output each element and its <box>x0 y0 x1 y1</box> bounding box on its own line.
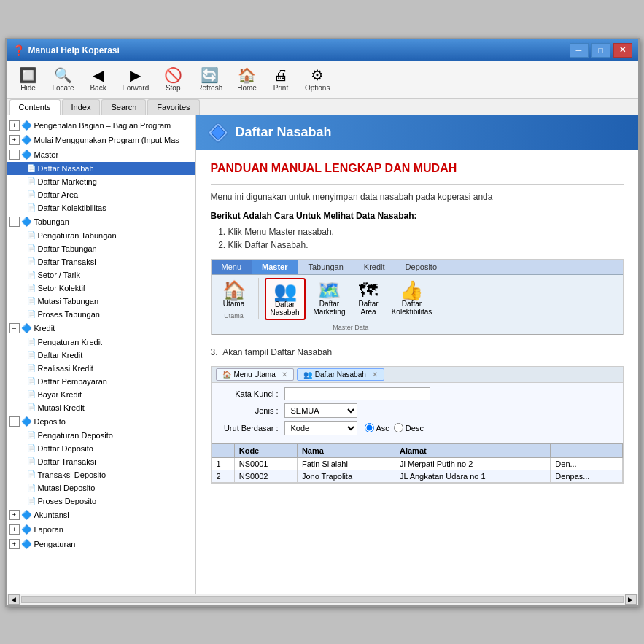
tree-item-proses-tabungan[interactable]: 📄 Proses Tabungan <box>7 308 195 321</box>
forward-button[interactable]: ▶ Forward <box>116 64 156 96</box>
urut-select[interactable]: Kode <box>284 421 357 435</box>
kata-kunci-input[interactable] <box>284 387 430 400</box>
tree-item-transaksi-deposito[interactable]: 📄 Transaksi Deposito <box>7 468 195 481</box>
tree-item-setor-kolektif[interactable]: 📄 Setor Kolektif <box>7 282 195 295</box>
tree-item-daftar-marketing[interactable]: 📄 Daftar Marketing <box>7 175 195 188</box>
tree-item-realisasi-kredit[interactable]: 📄 Realisasi Kredit <box>7 362 195 375</box>
dialog-tab-daftar[interactable]: 👥 Daftar Nasabah ✕ <box>297 368 384 381</box>
tree-item-master[interactable]: – 🔷 Master <box>7 147 195 162</box>
tree-item-daftar-nasabah[interactable]: 📄 Daftar Nasabah <box>7 162 195 175</box>
close-button[interactable]: ✕ <box>613 43 632 58</box>
col-kode: Kode <box>234 443 297 457</box>
options-button[interactable]: ⚙ Options <box>298 64 336 96</box>
doc-icon-mt: 📄 <box>27 297 36 305</box>
ribbon-item-daftar-kolektibilitas[interactable]: 👍 DaftarKolektibilitas <box>387 278 438 320</box>
col-no <box>212 443 234 457</box>
tree-item-pengaturan-deposito[interactable]: 📄 Pengaturan Deposito <box>7 429 195 442</box>
tree-item-daftar-transaksi[interactable]: 📄 Daftar Transaksi <box>7 255 195 268</box>
ribbon-tab-kredit[interactable]: Kredit <box>354 260 395 274</box>
ribbon-tab-deposito[interactable]: Deposito <box>395 260 447 274</box>
maximize-button[interactable]: □ <box>591 43 610 58</box>
tree-item-mutasi-deposito[interactable]: 📄 Mutasi Deposito <box>7 481 195 494</box>
tree-item-proses-deposito[interactable]: 📄 Proses Deposito <box>7 494 195 508</box>
ribbon-tab-menu[interactable]: Menu <box>212 260 252 274</box>
back-button[interactable]: ◀ Back <box>82 64 115 96</box>
tree-item-tabungan[interactable]: – 🔷 Tabungan <box>7 214 195 229</box>
tree-item-mulai[interactable]: + 🔷 Mulai Menggunakan Program (Input Mas <box>7 133 195 147</box>
expand-icon-mulai[interactable]: + <box>9 135 20 145</box>
tree-item-daftar-pembayaran[interactable]: 📄 Daftar Pembayaran <box>7 375 195 388</box>
desc-option[interactable]: Desc <box>394 423 424 432</box>
dialog-screenshot: 🏠 Menu Utama ✕ 👥 Daftar Nasabah ✕ <box>211 366 624 484</box>
print-button[interactable]: 🖨 Print <box>265 64 297 96</box>
expand-icon-master[interactable]: – <box>9 150 20 160</box>
asc-option[interactable]: Asc <box>365 423 389 432</box>
tree-item-laporan[interactable]: + 🔷 Laporan <box>7 522 195 537</box>
tree-item-mutasi-tabungan[interactable]: 📄 Mutasi Tabungan <box>7 295 195 308</box>
tree-label-pt: Pengaturan Tabungan <box>38 231 117 240</box>
home-button[interactable]: 🏠 Home <box>230 64 263 96</box>
tree-item-daftar-area[interactable]: 📄 Daftar Area <box>7 188 195 201</box>
stop-button[interactable]: 🚫 Stop <box>157 64 189 96</box>
tree-label-dd: Daftar Deposito <box>38 444 93 453</box>
form-jenis: Jenis : SEMUA <box>219 403 616 418</box>
tree-item-deposito[interactable]: – 🔷 Deposito <box>7 414 195 429</box>
horizontal-scrollbar[interactable]: ◀ ▶ <box>7 594 638 605</box>
tree-item-setor-tarik[interactable]: 📄 Setor / Tarik <box>7 268 195 282</box>
asc-radio[interactable] <box>365 423 374 432</box>
hide-button[interactable]: 🔲 Hide <box>12 64 44 96</box>
ribbon-item-daftar-nasabah[interactable]: 👥 DaftarNasabah <box>265 278 306 320</box>
desc-radio[interactable] <box>394 423 403 432</box>
refresh-button[interactable]: 🔄 Refresh <box>190 64 229 96</box>
expand-icon-pengaturan[interactable]: + <box>9 539 20 549</box>
tree-item-bayar-kredit[interactable]: 📄 Bayar Kredit <box>7 388 195 401</box>
tree-item-pengenalan[interactable]: + 🔷 Pengenalan Bagian – Bagian Program <box>7 118 195 133</box>
expand-icon-tabungan[interactable]: – <box>9 217 20 227</box>
tab-contents[interactable]: Contents <box>9 99 61 115</box>
table-row[interactable]: 2 NS0002 Jono Trapolita JL Angkatan Udar… <box>212 470 622 482</box>
scroll-left-button[interactable]: ◀ <box>8 594 20 605</box>
tree-item-kredit[interactable]: – 🔷 Kredit <box>7 321 195 335</box>
folder-icon-tabungan: 🔷 <box>21 217 32 227</box>
scroll-right-button[interactable]: ▶ <box>625 594 637 605</box>
tab-favorites[interactable]: Favorites <box>147 99 199 115</box>
daftar-nasabah-close[interactable]: ✕ <box>372 371 378 379</box>
tree-item-mutasi-kredit[interactable]: 📄 Mutasi Kredit <box>7 401 195 414</box>
steps-list: Klik Menu Master nasabah, Klik Daftar Na… <box>228 227 624 250</box>
ribbon-item-daftar-area[interactable]: 🗺 DaftarArea <box>353 278 383 320</box>
locate-button[interactable]: 🔍 Locate <box>46 64 81 96</box>
jenis-select[interactable]: SEMUA <box>284 403 357 418</box>
col-alamat: Alamat <box>395 443 551 457</box>
ribbon-item-utama[interactable]: 🏠 Utama <box>216 278 252 311</box>
ribbon-tab-master[interactable]: Master <box>252 260 298 274</box>
minimize-button[interactable]: ─ <box>570 43 589 58</box>
tree-item-pengaturan-kredit[interactable]: 📄 Pengaturan Kredit <box>7 335 195 349</box>
tab-index[interactable]: Index <box>62 99 101 115</box>
doc-icon-mk: 📄 <box>27 403 36 411</box>
sort-options: Asc Desc <box>365 423 424 432</box>
expand-icon-kredit[interactable]: – <box>9 323 20 333</box>
tree-item-daftar-tabungan[interactable]: 📄 Daftar Tabungan <box>7 242 195 255</box>
expand-icon[interactable]: + <box>9 120 20 131</box>
tree-item-daftar-transaksi-dep[interactable]: 📄 Daftar Transaksi <box>7 455 195 468</box>
expand-icon-akuntansi[interactable]: + <box>9 510 20 520</box>
jenis-label: Jenis : <box>219 406 284 415</box>
tree-label-dk: Daftar Kredit <box>38 351 83 360</box>
dialog-tab-menu[interactable]: 🏠 Menu Utama ✕ <box>216 368 294 381</box>
table-row[interactable]: 1 NS0001 Fatin Silalahi Jl Merpati Putih… <box>212 457 622 470</box>
tree-item-pengaturan-tabungan[interactable]: 📄 Pengaturan Tabungan <box>7 229 195 242</box>
utama-section-label: Utama <box>224 312 244 319</box>
ribbon-tab-tabungan[interactable]: Tabungan <box>298 260 354 274</box>
tree-item-daftar-kredit[interactable]: 📄 Daftar Kredit <box>7 349 195 362</box>
tree-item-daftar-deposito[interactable]: 📄 Daftar Deposito <box>7 442 195 455</box>
expand-icon-laporan[interactable]: + <box>9 524 20 535</box>
menu-utama-close[interactable]: ✕ <box>282 371 287 379</box>
tree-item-pengaturan[interactable]: + 🔷 Pengaturan <box>7 537 195 551</box>
expand-icon-deposito[interactable]: – <box>9 416 20 427</box>
scroll-track[interactable] <box>21 596 624 603</box>
home-label: Home <box>237 84 257 92</box>
ribbon-item-daftar-marketing[interactable]: 🗺️ DaftarMarketing <box>309 278 351 320</box>
tree-item-daftar-kolektibilitas[interactable]: 📄 Daftar Kolektibilitas <box>7 201 195 214</box>
tab-search[interactable]: Search <box>101 99 146 115</box>
tree-item-akuntansi[interactable]: + 🔷 Akuntansi <box>7 508 195 522</box>
